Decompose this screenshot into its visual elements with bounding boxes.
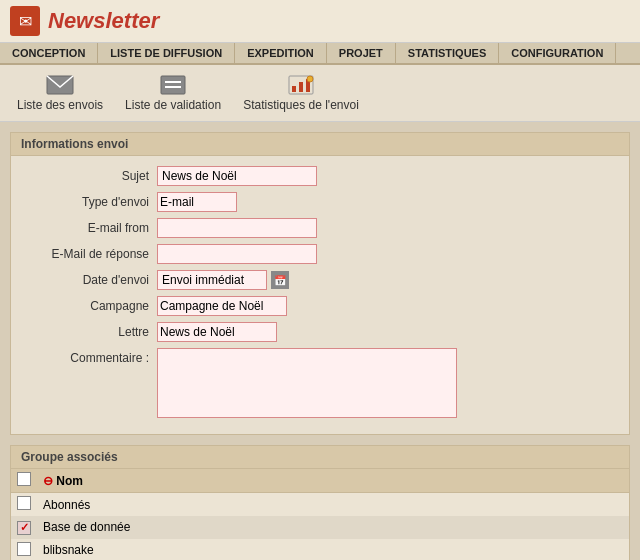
calendar-icon[interactable]: 📅 xyxy=(271,271,289,289)
toolbar-btn-liste-validation-label: Liste de validation xyxy=(125,98,221,112)
nav-item-expedition[interactable]: EXPEDITION xyxy=(235,43,327,63)
table-header-row: ⊖ Nom xyxy=(11,469,629,493)
row-name-cell-1: Abonnés xyxy=(37,493,629,517)
campagne-row: Campagne Campagne de Noël xyxy=(27,296,613,316)
svg-rect-1 xyxy=(161,76,185,94)
campagne-select[interactable]: Campagne de Noël xyxy=(157,296,287,316)
email-from-row: E-mail from xyxy=(27,218,613,238)
svg-rect-6 xyxy=(299,82,303,92)
date-envoi-input[interactable] xyxy=(157,270,267,290)
informations-envoi-title: Informations envoi xyxy=(11,133,629,156)
commentaire-row: Commentaire : xyxy=(27,348,613,418)
table-row: Abonnés xyxy=(11,493,629,517)
row-name-1: Abonnés xyxy=(43,498,90,512)
email-from-input[interactable] xyxy=(157,218,317,238)
campagne-label: Campagne xyxy=(27,299,157,313)
select-all-checkbox[interactable] xyxy=(17,472,31,486)
row-name-cell-3: blibsnake xyxy=(37,538,629,560)
checkbox-col-header xyxy=(11,469,37,493)
form-area: Sujet Type d'envoi E-mail SMS E-mail fro… xyxy=(11,156,629,434)
informations-envoi-section: Informations envoi Sujet Type d'envoi E-… xyxy=(10,132,630,435)
row-name-3: blibsnake xyxy=(43,543,94,557)
type-envoi-label: Type d'envoi xyxy=(27,195,157,209)
checklist-icon xyxy=(159,74,187,96)
row-name-2: Base de donnée xyxy=(43,520,130,534)
email-reponse-label: E-Mail de réponse xyxy=(27,247,157,261)
commentaire-label: Commentaire : xyxy=(27,348,157,365)
table-row: ✓ Base de donnée xyxy=(11,517,629,539)
envelope-icon xyxy=(46,74,74,96)
toolbar-btn-stats-envoi-label: Statistiques de l'envoi xyxy=(243,98,359,112)
email-reponse-row: E-Mail de réponse xyxy=(27,244,613,264)
nav-item-statistiques[interactable]: STATISTIQUES xyxy=(396,43,499,63)
row-checkbox-1[interactable] xyxy=(17,496,31,510)
lettre-select-wrap: News de Noël xyxy=(157,322,277,342)
commentaire-textarea[interactable] xyxy=(157,348,457,418)
group-table: ⊖ Nom Abonnés ✓ xyxy=(11,469,629,560)
nom-label: Nom xyxy=(56,474,83,488)
app-logo: ✉ xyxy=(10,6,40,36)
toolbar-btn-liste-envois[interactable]: Liste des envois xyxy=(8,69,112,117)
type-envoi-row: Type d'envoi E-mail SMS xyxy=(27,192,613,212)
row-checkbox-cell-1 xyxy=(11,493,37,517)
app-title: Newsletter xyxy=(48,8,159,34)
app-header: ✉ Newsletter xyxy=(0,0,640,43)
lettre-select[interactable]: News de Noël xyxy=(157,322,277,342)
nom-col-header: ⊖ Nom xyxy=(37,469,629,493)
main-content: Informations envoi Sujet Type d'envoi E-… xyxy=(0,122,640,560)
nav-menu: CONCEPTION LISTE DE DIFFUSION EXPEDITION… xyxy=(0,43,640,65)
toolbar-btn-stats-envoi[interactable]: Statistiques de l'envoi xyxy=(234,69,368,117)
svg-rect-5 xyxy=(292,86,296,92)
sujet-label: Sujet xyxy=(27,169,157,183)
email-reponse-input[interactable] xyxy=(157,244,317,264)
type-envoi-select-wrap: E-mail SMS xyxy=(157,192,237,212)
row-checkbox-cell-3 xyxy=(11,538,37,560)
toolbar: Liste des envois Liste de validation Sta… xyxy=(0,65,640,122)
row-name-cell-2: Base de donnée xyxy=(37,517,629,539)
row-checkbox-2[interactable]: ✓ xyxy=(17,521,31,535)
stats-icon xyxy=(287,74,315,96)
campagne-select-wrap: Campagne de Noël xyxy=(157,296,287,316)
nav-item-conception[interactable]: CONCEPTION xyxy=(0,43,98,63)
sujet-input[interactable] xyxy=(157,166,317,186)
table-row: blibsnake xyxy=(11,538,629,560)
nav-item-liste-diffusion[interactable]: LISTE DE DIFFUSION xyxy=(98,43,235,63)
row-checkbox-cell-2: ✓ xyxy=(11,517,37,539)
date-envoi-row: Date d'envoi 📅 xyxy=(27,270,613,290)
toolbar-btn-liste-validation[interactable]: Liste de validation xyxy=(116,69,230,117)
toolbar-btn-liste-envois-label: Liste des envois xyxy=(17,98,103,112)
minus-icon: ⊖ xyxy=(43,474,53,488)
groupe-associes-section: Groupe associés ⊖ Nom xyxy=(10,445,630,560)
nav-item-projet[interactable]: PROJET xyxy=(327,43,396,63)
svg-point-8 xyxy=(307,76,313,82)
nav-item-configuration[interactable]: CONFIGURATION xyxy=(499,43,616,63)
lettre-row: Lettre News de Noël xyxy=(27,322,613,342)
date-field-wrap: 📅 xyxy=(157,270,289,290)
type-envoi-select[interactable]: E-mail SMS xyxy=(157,192,237,212)
sujet-row: Sujet xyxy=(27,166,613,186)
groupe-associes-title: Groupe associés xyxy=(11,446,629,469)
row-checkbox-3[interactable] xyxy=(17,542,31,556)
lettre-label: Lettre xyxy=(27,325,157,339)
date-envoi-label: Date d'envoi xyxy=(27,273,157,287)
email-from-label: E-mail from xyxy=(27,221,157,235)
